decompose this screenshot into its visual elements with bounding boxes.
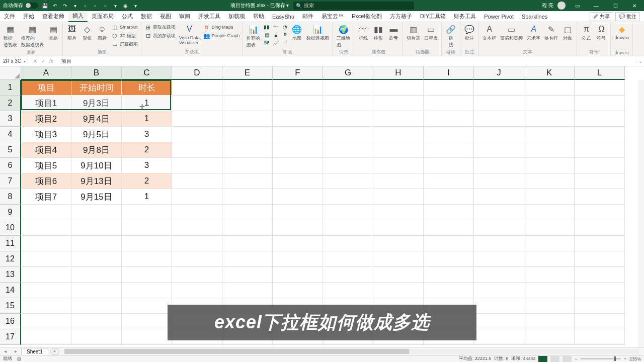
tab-fgz[interactable]: 方方格子 bbox=[386, 11, 416, 22]
tab-insert[interactable]: 插入 bbox=[68, 11, 88, 22]
row-header-16[interactable]: 16 bbox=[0, 314, 21, 329]
qat-icon-2[interactable]: ▫ bbox=[92, 2, 99, 9]
cell-K5[interactable] bbox=[524, 142, 575, 158]
cell-A14[interactable] bbox=[21, 283, 71, 298]
cell-F12[interactable] bbox=[273, 251, 323, 267]
cell-L6[interactable] bbox=[575, 158, 625, 173]
cell-A8[interactable]: 项目7 bbox=[21, 189, 71, 205]
tab-cha[interactable]: 查看老师 bbox=[38, 11, 68, 22]
qat-icon-4[interactable]: ▾ bbox=[112, 2, 119, 9]
maps-button[interactable]: 🌐地图 bbox=[290, 23, 304, 42]
page-break-view-button[interactable] bbox=[562, 356, 572, 362]
column-header-C[interactable]: C bbox=[122, 66, 172, 80]
cell-I9[interactable] bbox=[424, 205, 474, 220]
cell-J2[interactable] bbox=[474, 96, 524, 111]
cell-E3[interactable] bbox=[222, 111, 273, 127]
cell-C5[interactable]: 2 bbox=[122, 142, 172, 158]
row-header-7[interactable]: 7 bbox=[0, 173, 21, 189]
sparkline-column-button[interactable]: ▮▮柱形 bbox=[371, 23, 385, 42]
cell-B8[interactable]: 9月15日 bbox=[71, 189, 122, 205]
cell-B17[interactable] bbox=[71, 329, 122, 345]
add-sheet-button[interactable]: + bbox=[50, 348, 59, 355]
cell-D5[interactable] bbox=[172, 142, 222, 158]
fx-confirm-icon[interactable]: ✓ bbox=[41, 58, 45, 64]
cell-D8[interactable] bbox=[172, 189, 222, 205]
row-header-14[interactable]: 14 bbox=[0, 283, 21, 298]
cell-D7[interactable] bbox=[172, 173, 222, 189]
cell-G1[interactable] bbox=[323, 80, 373, 96]
visio-button[interactable]: VVisio Data Visualizer bbox=[178, 23, 201, 46]
cell-H9[interactable] bbox=[373, 205, 424, 220]
cell-A12[interactable] bbox=[21, 251, 71, 267]
cell-K3[interactable] bbox=[524, 111, 575, 127]
save-icon[interactable]: 💾 bbox=[41, 2, 48, 9]
cell-A1[interactable]: 项目 bbox=[21, 80, 71, 96]
redo-icon[interactable]: ↷ bbox=[61, 2, 68, 9]
cell-J11[interactable] bbox=[474, 236, 524, 251]
tab-view[interactable]: 审阅 bbox=[175, 11, 194, 22]
people-graph-button[interactable]: 👥People Graph bbox=[202, 32, 241, 40]
tab-help[interactable]: 帮助 bbox=[249, 11, 268, 22]
cell-D14[interactable] bbox=[172, 283, 222, 298]
cell-L5[interactable] bbox=[575, 142, 625, 158]
cell-K14[interactable] bbox=[524, 283, 575, 298]
cell-E9[interactable] bbox=[222, 205, 273, 220]
cell-K15[interactable] bbox=[524, 298, 575, 314]
qat-icon-3[interactable]: ▫ bbox=[102, 2, 109, 9]
horizontal-scrollbar[interactable] bbox=[64, 349, 639, 354]
qat-more-icon[interactable]: ▾ bbox=[71, 2, 78, 9]
cell-E5[interactable] bbox=[222, 142, 273, 158]
cell-B16[interactable] bbox=[71, 314, 122, 329]
page-layout-view-button[interactable] bbox=[550, 356, 559, 362]
cell-I4[interactable] bbox=[424, 127, 474, 142]
cell-A5[interactable]: 项目4 bbox=[21, 142, 71, 158]
qat-icon-5[interactable]: ◉ bbox=[122, 2, 129, 9]
column-header-I[interactable]: I bbox=[424, 66, 474, 80]
row-header-4[interactable]: 4 bbox=[0, 127, 21, 142]
cell-A6[interactable]: 项目5 bbox=[21, 158, 71, 173]
cell-H12[interactable] bbox=[373, 251, 424, 267]
cell-D9[interactable] bbox=[172, 205, 222, 220]
cell-I3[interactable] bbox=[424, 111, 474, 127]
cell-A7[interactable]: 项目6 bbox=[21, 173, 71, 189]
3dmap-button[interactable]: 🌍三维地 图 bbox=[335, 23, 352, 49]
object-button[interactable]: ▢对象 bbox=[560, 23, 575, 42]
tab-formulas[interactable]: 公式 bbox=[118, 11, 137, 22]
cell-K16[interactable] bbox=[524, 314, 575, 329]
cell-L7[interactable] bbox=[575, 173, 625, 189]
cell-A3[interactable]: 项目2 bbox=[21, 111, 71, 127]
screenshot-button[interactable]: ▭屏幕截图 bbox=[110, 40, 139, 48]
cell-E1[interactable] bbox=[222, 80, 273, 96]
cell-J10[interactable] bbox=[474, 220, 524, 236]
cell-G11[interactable] bbox=[323, 236, 373, 251]
accessibility-icon[interactable]: ⊞ bbox=[17, 356, 21, 361]
tab-addins[interactable]: 加载项 bbox=[224, 11, 249, 22]
tab-layout[interactable]: 页面布局 bbox=[88, 11, 118, 22]
column-headers[interactable]: ABCDEFGHIJKL bbox=[21, 66, 638, 80]
row-header-12[interactable]: 12 bbox=[0, 251, 21, 267]
cell-L9[interactable] bbox=[575, 205, 625, 220]
row-header-9[interactable]: 9 bbox=[0, 205, 21, 220]
cell-L1[interactable] bbox=[575, 80, 625, 96]
cell-G4[interactable] bbox=[323, 127, 373, 142]
formula-input[interactable]: 项目 bbox=[58, 58, 636, 65]
cell-B1[interactable]: 开始时间 bbox=[71, 80, 122, 96]
cell-D12[interactable] bbox=[172, 251, 222, 267]
column-header-J[interactable]: J bbox=[474, 66, 524, 80]
cell-B5[interactable]: 9月8日 bbox=[71, 142, 122, 158]
cell-C15[interactable] bbox=[122, 298, 172, 314]
tab-yibao[interactable]: 易宝云™ bbox=[317, 11, 348, 22]
cell-F4[interactable] bbox=[273, 127, 323, 142]
sparkline-winloss-button[interactable]: ▬盈亏 bbox=[386, 23, 400, 42]
select-all-corner[interactable] bbox=[0, 66, 21, 80]
cell-G12[interactable] bbox=[323, 251, 373, 267]
vertical-scrollbar[interactable] bbox=[638, 80, 644, 347]
recommended-charts-button[interactable]: 📊推荐的 图表 bbox=[245, 23, 262, 49]
cell-G2[interactable] bbox=[323, 96, 373, 111]
cell-H8[interactable] bbox=[373, 189, 424, 205]
cell-L15[interactable] bbox=[575, 298, 625, 314]
tab-home[interactable]: 开始 bbox=[19, 11, 38, 22]
cell-H7[interactable] bbox=[373, 173, 424, 189]
cell-K8[interactable] bbox=[524, 189, 575, 205]
column-header-L[interactable]: L bbox=[575, 66, 625, 80]
